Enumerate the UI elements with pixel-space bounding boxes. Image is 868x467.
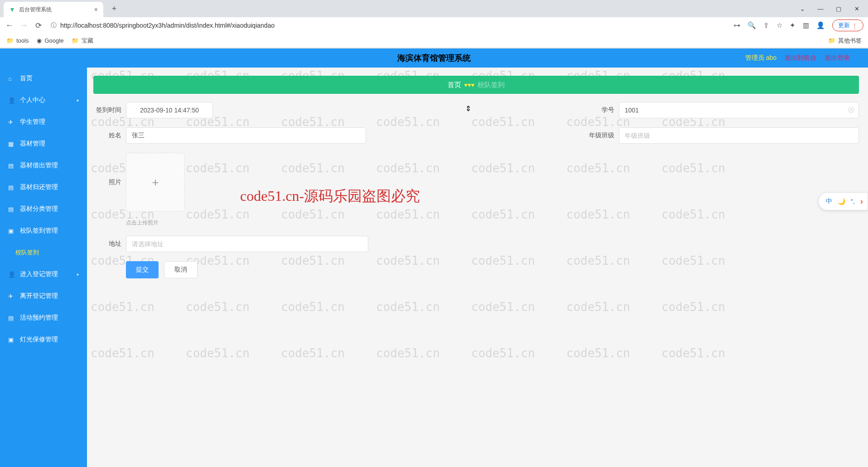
- bookmark-google[interactable]: ◉Google: [37, 37, 63, 44]
- menu-label: 器材借出管理: [20, 161, 58, 170]
- site-info-icon[interactable]: ⓘ: [51, 21, 57, 29]
- menu-label: 器材分类管理: [20, 205, 58, 213]
- sidebar-item-0[interactable]: ⌂首页: [0, 68, 87, 89]
- student-id-label: 学号: [586, 106, 619, 114]
- sidebar: ⌂首页👤个人中心✈学生管理▦器材管理▤器材借出管理▤器材归还管理▤器材分类管理▣…: [0, 68, 87, 467]
- url-input[interactable]: ⓘ http://localhost:8080/springboot2yx3h/…: [48, 21, 729, 29]
- menu-icon: ▤: [8, 315, 15, 321]
- sidebar-item-11[interactable]: ▤活动预约管理: [0, 307, 87, 329]
- update-button[interactable]: 更新 ⋮: [832, 19, 863, 31]
- sidebar-item-10[interactable]: ✈离开登记管理: [0, 285, 87, 307]
- menu-icon: ▣: [8, 336, 15, 343]
- app-header: 海滨体育馆管理系统 管理员 abo 退出到前台 退出登录: [0, 49, 868, 68]
- folder-icon: 📁: [72, 37, 79, 44]
- menu-icon: ✈: [8, 119, 15, 126]
- menu-icon: ▤: [8, 206, 15, 213]
- name-label: 姓名: [93, 131, 126, 140]
- cancel-button[interactable]: 取消: [164, 261, 198, 278]
- student-id-input[interactable]: [619, 102, 859, 118]
- bookmark-treasure[interactable]: 📁宝藏: [72, 37, 93, 45]
- menu-dots-icon: ⋮: [852, 22, 858, 29]
- url-text: http://localhost:8080/springboot2yx3h/ad…: [60, 22, 275, 29]
- back-icon[interactable]: ←: [5, 21, 14, 30]
- sidebar-item-1[interactable]: 👤个人中心: [0, 89, 87, 111]
- menu-icon: ✈: [8, 293, 15, 300]
- sidebar-item-4[interactable]: ▤器材借出管理: [0, 155, 87, 176]
- menu-label: 首页: [20, 74, 33, 83]
- sidebar-item-8[interactable]: 校队签到: [0, 242, 87, 263]
- close-icon[interactable]: ×: [94, 6, 98, 13]
- bookmark-icon[interactable]: ☆: [776, 21, 782, 29]
- address-input[interactable]: [126, 236, 368, 252]
- close-window-icon[interactable]: ✕: [852, 5, 862, 12]
- clear-icon[interactable]: ⓧ: [848, 106, 854, 114]
- sidebar-item-6[interactable]: ▤器材分类管理: [0, 198, 87, 220]
- tab-title: 后台管理系统: [19, 6, 52, 14]
- maximize-icon[interactable]: ▢: [834, 5, 844, 12]
- menu-label: 器材归还管理: [20, 183, 58, 191]
- menu-icon: 👤: [8, 97, 15, 104]
- toolbar-icons: ⊶ 🔍 ⇪ ☆ ✦ ▥ 👤 更新 ⋮: [733, 19, 863, 31]
- ime-cn[interactable]: 中: [826, 197, 832, 205]
- menu-label: 器材管理: [20, 140, 45, 148]
- menu-label: 个人中心: [20, 96, 45, 104]
- google-icon: ◉: [37, 37, 42, 44]
- checkin-time-label: 签到时间: [93, 106, 126, 114]
- sidepanel-icon[interactable]: ▥: [803, 21, 809, 29]
- vue-icon: ▼: [9, 6, 15, 13]
- profile-icon[interactable]: 👤: [816, 21, 825, 29]
- menu-icon: ⌂: [8, 75, 15, 82]
- chevron-right-icon[interactable]: ›: [860, 197, 863, 206]
- content-area: 首页 ♥♥♥ 校队签到 签到时间 ◔ 学号 ⓧ: [87, 68, 868, 467]
- sidebar-item-2[interactable]: ✈学生管理: [0, 111, 87, 133]
- browser-chrome: ▼ 后台管理系统 × + ⌄ — ▢ ✕ ← → ⟳ ⓘ http://loca…: [0, 0, 868, 49]
- browser-tab[interactable]: ▼ 后台管理系统 ×: [4, 2, 103, 17]
- reload-icon[interactable]: ⟳: [34, 21, 43, 30]
- folder-icon: 📁: [6, 37, 14, 44]
- address-label: 地址: [93, 240, 126, 248]
- bookmark-tools[interactable]: 📁tools: [6, 37, 29, 44]
- photo-hint: 点击上传照片: [126, 219, 185, 227]
- header-links: 管理员 abo 退出到前台 退出登录: [745, 54, 868, 62]
- breadcrumb-home[interactable]: 首页: [448, 81, 461, 89]
- moon-icon[interactable]: 🌙: [838, 198, 845, 205]
- breadcrumb: 首页 ♥♥♥ 校队签到: [93, 76, 859, 94]
- breadcrumb-current: 校队签到: [477, 81, 505, 89]
- dropdown-icon[interactable]: ⌄: [797, 5, 807, 12]
- sidebar-item-5[interactable]: ▤器材归还管理: [0, 176, 87, 198]
- form: 签到时间 ◔ 学号 ⓧ 姓名: [93, 102, 859, 278]
- photo-label: 照片: [93, 153, 126, 186]
- extensions-icon[interactable]: ✦: [790, 21, 796, 29]
- ime-toolbar[interactable]: 中 🌙 °, ›: [818, 192, 868, 210]
- submit-button[interactable]: 提交: [126, 261, 159, 278]
- app-body: ⌂首页👤个人中心✈学生管理▦器材管理▤器材借出管理▤器材归还管理▤器材分类管理▣…: [0, 68, 868, 467]
- ime-comma[interactable]: °,: [851, 198, 855, 205]
- share-icon[interactable]: ⇪: [763, 21, 769, 29]
- class-input[interactable]: [619, 127, 859, 144]
- sidebar-item-9[interactable]: 👤进入登记管理: [0, 263, 87, 285]
- menu-label: 离开登记管理: [20, 292, 58, 300]
- to-front-link[interactable]: 退出到前台: [785, 54, 816, 62]
- menu-icon: ▦: [8, 141, 15, 147]
- logout-link[interactable]: 退出登录: [825, 54, 850, 62]
- admin-link[interactable]: 管理员 abo: [745, 54, 776, 62]
- menu-label: 校队签到: [15, 248, 39, 257]
- minimize-icon[interactable]: —: [815, 5, 825, 12]
- name-input[interactable]: [126, 127, 366, 144]
- menu-label: 校队签到管理: [20, 227, 58, 235]
- bookmarks-bar: 📁tools ◉Google 📁宝藏 📁其他书签: [0, 34, 868, 48]
- menu-icon: 👤: [8, 271, 15, 278]
- sidebar-item-3[interactable]: ▦器材管理: [0, 133, 87, 155]
- menu-label: 活动预约管理: [20, 314, 58, 322]
- menu-icon: ▤: [8, 184, 15, 191]
- sidebar-item-7[interactable]: ▣校队签到管理: [0, 220, 87, 242]
- photo-upload[interactable]: +: [126, 153, 185, 212]
- bookmark-other[interactable]: 📁其他书签: [828, 37, 862, 45]
- checkin-time-input[interactable]: [126, 102, 213, 118]
- search-icon[interactable]: 🔍: [747, 21, 756, 29]
- password-icon[interactable]: ⊶: [733, 21, 740, 29]
- sidebar-item-12[interactable]: ▣灯光保修管理: [0, 329, 87, 350]
- plus-icon: +: [152, 175, 159, 190]
- new-tab-button[interactable]: +: [108, 2, 121, 15]
- menu-icon: ▤: [8, 162, 15, 169]
